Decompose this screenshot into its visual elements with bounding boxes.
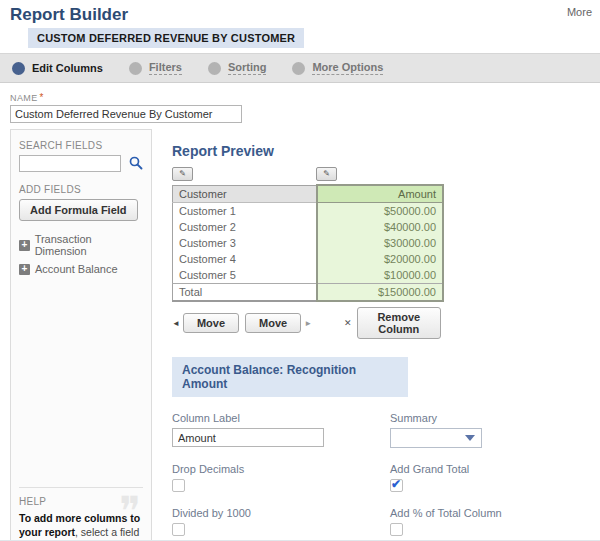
amount-cell: $50000.00 [317,203,444,220]
drop-decimals-checkbox[interactable] [172,479,185,492]
column-label-label: Column Label [172,412,390,424]
pencil-icon: ✎ [179,169,186,178]
help-panel: ❞ HELP To add more columns to your repor… [19,487,143,541]
more-link[interactable]: More [567,6,592,18]
chevron-down-icon [465,435,475,441]
report-table-total: Total $150000.00 [173,284,444,302]
divided-by-1000-label: Divided by 1000 [172,507,390,519]
main-panel: Report Preview ✎ ✎ Customer Amount Custo… [152,129,600,541]
move-right-arrow-icon: ► [304,319,312,328]
table-row: Customer 4$20000.00 [173,251,444,267]
column-label-input[interactable] [172,428,324,447]
divided-by-1000-field: Divided by 1000 [172,507,390,536]
fields-sidebar: SEARCH FIELDS ADD FIELDS Add Formula Fie… [10,129,152,541]
customer-cell: Customer 5 [173,267,317,284]
summary-select[interactable] [390,428,482,448]
name-label: NAME [10,93,38,103]
amount-column-header[interactable]: Amount [317,185,444,203]
tab-edit-columns[interactable]: Edit Columns [12,62,103,75]
remove-x-icon: ✕ [344,318,352,328]
amount-cell: $10000.00 [317,267,444,284]
expand-plus-icon[interactable]: + [19,264,30,275]
add-pct-of-total-field: Add % of Total Column [390,507,600,536]
customer-cell: Customer 4 [173,251,317,267]
table-header-row: Customer Amount [173,185,444,203]
search-fields-label: SEARCH FIELDS [19,140,143,151]
step-tabbar: Edit Columns Filters Sorting More Option… [0,53,600,83]
tab-label: Edit Columns [32,62,103,75]
search-row [19,155,143,172]
summary-label: Summary [390,412,600,424]
report-table-body: Customer Amount Customer 1$50000.00Custo… [173,185,444,284]
move-column-right-button[interactable]: Move [245,313,301,333]
table-row: Customer 3$30000.00 [173,235,444,251]
header: Report Builder More CUSTOM DEFERRED REVE… [0,0,600,48]
tab-sorting[interactable]: Sorting [208,61,267,75]
report-builder-window: Report Builder More CUSTOM DEFERRED REVE… [0,0,600,541]
page-title: Report Builder [10,5,590,25]
customer-cell: Customer 3 [173,235,317,251]
tab-label: Filters [149,61,182,75]
tab-more-options[interactable]: More Options [292,61,383,75]
report-name-badge: CUSTOM DEFERRED REVENUE BY CUSTOMER [28,28,304,48]
table-row: Customer 1$50000.00 [173,203,444,220]
tab-dot-icon [129,62,142,75]
tab-dot-icon [292,62,305,75]
table-row: Customer 2$40000.00 [173,219,444,235]
customer-cell: Customer 2 [173,219,317,235]
report-name-input[interactable] [10,105,242,123]
remove-column-button[interactable]: Remove Column [357,307,441,339]
column-label-field: Column Label [172,412,390,448]
tree-item-label: Account Balance [35,263,118,275]
content-area: SEARCH FIELDS ADD FIELDS Add Formula Fie… [0,129,600,541]
edit-amount-column-button[interactable]: ✎ [316,167,337,181]
tree-item-account-balance[interactable]: + Account Balance [19,263,143,275]
column-detail-section-title: Account Balance: Recognition Amount [172,357,408,397]
pencil-icon: ✎ [323,169,330,178]
add-grand-total-field: Add Grand Total [390,463,600,492]
expand-plus-icon[interactable]: + [19,240,30,251]
total-label: Total [173,284,317,302]
tab-label: Sorting [228,61,267,75]
edit-customer-column-button[interactable]: ✎ [172,167,193,181]
required-asterisk: * [40,92,44,103]
summary-field: Summary [390,412,600,448]
report-preview-title: Report Preview [172,143,600,159]
help-text: To add more columns to your report, sele… [19,511,143,541]
add-grand-total-label: Add Grand Total [390,463,600,475]
drop-decimals-field: Drop Decimals [172,463,390,492]
move-left-arrow-icon: ◄ [172,319,180,328]
report-preview-table-wrap: ✎ ✎ Customer Amount Customer 1$50000.00C… [172,167,444,339]
add-pct-of-total-checkbox[interactable] [390,523,403,536]
add-formula-field-button[interactable]: Add Formula Field [19,199,138,221]
column-detail-form: Column Label Summary Drop Decimals Ad [172,412,600,541]
total-row: Total $150000.00 [173,284,444,302]
customer-column-header[interactable]: Customer [173,185,317,203]
tab-dot-icon [208,62,221,75]
total-amount: $150000.00 [317,284,444,302]
amount-cell: $30000.00 [317,235,444,251]
field-tree: + Transaction Dimension + Account Balanc… [19,233,143,281]
name-field-block: NAME* [0,83,600,129]
amount-cell: $40000.00 [317,219,444,235]
add-fields-label: ADD FIELDS [19,184,143,195]
customer-cell: Customer 1 [173,203,317,220]
column-edit-row: ✎ ✎ [172,167,444,184]
tab-filters[interactable]: Filters [129,61,182,75]
move-column-left-button[interactable]: Move [183,313,239,333]
tab-label: More Options [312,61,383,75]
tree-item-transaction-dimension[interactable]: + Transaction Dimension [19,233,143,257]
column-actions-row: ◄ Move Move ► ✕ Remove Column [172,307,444,339]
table-row: Customer 5$10000.00 [173,267,444,284]
report-preview-table: Customer Amount Customer 1$50000.00Custo… [172,184,444,302]
search-icon[interactable] [129,156,143,172]
amount-cell: $20000.00 [317,251,444,267]
tree-item-label: Transaction Dimension [35,233,143,257]
add-pct-of-total-label: Add % of Total Column [390,507,600,519]
search-fields-input[interactable] [19,155,121,172]
drop-decimals-label: Drop Decimals [172,463,390,475]
divided-by-1000-checkbox[interactable] [172,523,185,536]
tab-dot-icon [12,62,25,75]
add-grand-total-checkbox[interactable] [390,479,403,492]
